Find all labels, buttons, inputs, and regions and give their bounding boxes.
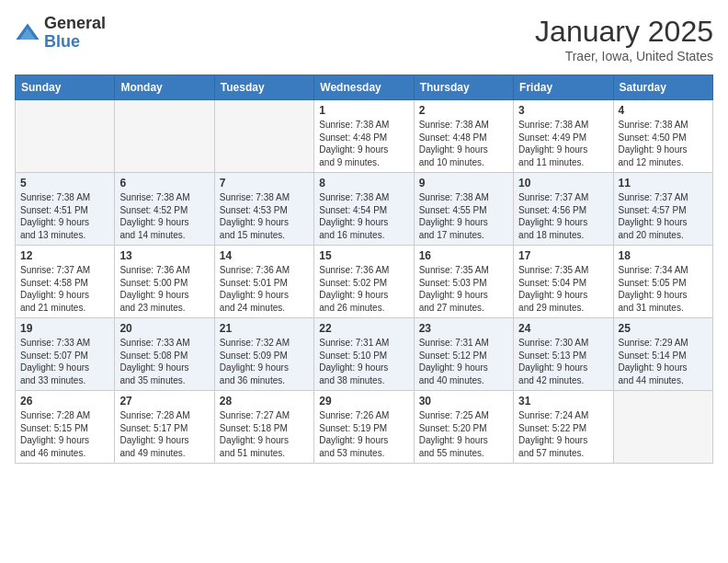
calendar-cell: 3Sunrise: 7:38 AM Sunset: 4:49 PM Daylig… <box>514 100 613 173</box>
day-number: 8 <box>319 177 408 190</box>
weekday-header-thursday: Thursday <box>414 75 513 100</box>
cell-info: Sunrise: 7:38 AM Sunset: 4:52 PM Dayligh… <box>119 191 209 241</box>
calendar-cell: 12Sunrise: 7:37 AM Sunset: 4:58 PM Dayli… <box>16 246 115 318</box>
cell-info: Sunrise: 7:37 AM Sunset: 4:57 PM Dayligh… <box>619 191 708 241</box>
cell-info: Sunrise: 7:28 AM Sunset: 5:17 PM Dayligh… <box>119 409 209 459</box>
calendar-cell: 5Sunrise: 7:38 AM Sunset: 4:51 PM Daylig… <box>16 173 115 246</box>
calendar-cell: 9Sunrise: 7:38 AM Sunset: 4:55 PM Daylig… <box>414 173 513 246</box>
calendar-cell: 18Sunrise: 7:34 AM Sunset: 5:05 PM Dayli… <box>613 246 712 318</box>
day-number: 23 <box>419 322 508 335</box>
calendar-cell: 2Sunrise: 7:38 AM Sunset: 4:48 PM Daylig… <box>414 100 513 173</box>
calendar-cell: 22Sunrise: 7:31 AM Sunset: 5:10 PM Dayli… <box>314 318 414 391</box>
cell-info: Sunrise: 7:37 AM Sunset: 4:58 PM Dayligh… <box>20 264 109 314</box>
cell-info: Sunrise: 7:32 AM Sunset: 5:09 PM Dayligh… <box>220 337 309 386</box>
cell-info: Sunrise: 7:31 AM Sunset: 5:12 PM Dayligh… <box>419 337 508 386</box>
day-number: 28 <box>220 395 309 408</box>
calendar-cell: 30Sunrise: 7:25 AM Sunset: 5:20 PM Dayli… <box>414 391 513 464</box>
cell-info: Sunrise: 7:38 AM Sunset: 4:54 PM Dayligh… <box>319 191 408 241</box>
cell-info: Sunrise: 7:38 AM Sunset: 4:55 PM Dayligh… <box>419 191 508 241</box>
day-number: 24 <box>518 322 608 335</box>
cell-info: Sunrise: 7:38 AM Sunset: 4:49 PM Dayligh… <box>518 119 608 168</box>
calendar-cell: 17Sunrise: 7:35 AM Sunset: 5:04 PM Dayli… <box>514 246 613 318</box>
cell-info: Sunrise: 7:35 AM Sunset: 5:04 PM Dayligh… <box>518 264 608 314</box>
weekday-header-monday: Monday <box>115 75 214 100</box>
cell-info: Sunrise: 7:38 AM Sunset: 4:51 PM Dayligh… <box>20 191 109 241</box>
calendar-week-row: 12Sunrise: 7:37 AM Sunset: 4:58 PM Dayli… <box>16 246 713 318</box>
day-number: 18 <box>619 249 708 262</box>
day-number: 7 <box>220 177 309 190</box>
day-number: 4 <box>619 104 708 117</box>
cell-info: Sunrise: 7:38 AM Sunset: 4:48 PM Dayligh… <box>419 119 508 168</box>
cell-info: Sunrise: 7:29 AM Sunset: 5:14 PM Dayligh… <box>619 337 708 386</box>
calendar-cell: 25Sunrise: 7:29 AM Sunset: 5:14 PM Dayli… <box>613 318 712 391</box>
cell-info: Sunrise: 7:33 AM Sunset: 5:08 PM Dayligh… <box>119 337 209 386</box>
cell-info: Sunrise: 7:25 AM Sunset: 5:20 PM Dayligh… <box>419 409 508 459</box>
calendar-cell: 15Sunrise: 7:36 AM Sunset: 5:02 PM Dayli… <box>314 246 414 318</box>
day-number: 14 <box>220 249 309 262</box>
month-title: January 2025 <box>535 15 713 49</box>
day-number: 29 <box>319 395 408 408</box>
calendar-cell: 16Sunrise: 7:35 AM Sunset: 5:03 PM Dayli… <box>414 246 513 318</box>
day-number: 15 <box>319 249 408 262</box>
calendar-cell: 8Sunrise: 7:38 AM Sunset: 4:54 PM Daylig… <box>314 173 414 246</box>
calendar-cell: 19Sunrise: 7:33 AM Sunset: 5:07 PM Dayli… <box>16 318 115 391</box>
weekday-header-wednesday: Wednesday <box>314 75 414 100</box>
weekday-header-friday: Friday <box>514 75 613 100</box>
location-title: Traer, Iowa, United States <box>535 49 713 63</box>
cell-info: Sunrise: 7:36 AM Sunset: 5:02 PM Dayligh… <box>319 264 408 314</box>
day-number: 16 <box>419 249 508 262</box>
calendar-cell: 24Sunrise: 7:30 AM Sunset: 5:13 PM Dayli… <box>514 318 613 391</box>
day-number: 30 <box>419 395 508 408</box>
day-number: 6 <box>119 177 209 190</box>
calendar-cell <box>214 100 313 173</box>
logo-text: General Blue <box>44 15 106 52</box>
logo: General Blue <box>15 15 106 52</box>
calendar-cell: 31Sunrise: 7:24 AM Sunset: 5:22 PM Dayli… <box>514 391 613 464</box>
calendar-cell: 27Sunrise: 7:28 AM Sunset: 5:17 PM Dayli… <box>115 391 214 464</box>
cell-info: Sunrise: 7:37 AM Sunset: 4:56 PM Dayligh… <box>518 191 608 241</box>
cell-info: Sunrise: 7:34 AM Sunset: 5:05 PM Dayligh… <box>619 264 708 314</box>
logo-icon <box>15 20 40 46</box>
logo-general-text: General <box>44 15 106 33</box>
cell-info: Sunrise: 7:30 AM Sunset: 5:13 PM Dayligh… <box>518 337 608 386</box>
logo-blue-text: Blue <box>44 33 106 52</box>
cell-info: Sunrise: 7:26 AM Sunset: 5:19 PM Dayligh… <box>319 409 408 459</box>
calendar-week-row: 1Sunrise: 7:38 AM Sunset: 4:48 PM Daylig… <box>16 100 713 173</box>
day-number: 1 <box>319 104 408 117</box>
calendar-cell <box>115 100 214 173</box>
day-number: 26 <box>20 395 109 408</box>
weekday-header-saturday: Saturday <box>613 75 712 100</box>
cell-info: Sunrise: 7:38 AM Sunset: 4:50 PM Dayligh… <box>619 119 708 168</box>
cell-info: Sunrise: 7:36 AM Sunset: 5:00 PM Dayligh… <box>119 264 209 314</box>
calendar-cell: 28Sunrise: 7:27 AM Sunset: 5:18 PM Dayli… <box>214 391 313 464</box>
day-number: 22 <box>319 322 408 335</box>
cell-info: Sunrise: 7:38 AM Sunset: 4:48 PM Dayligh… <box>319 119 408 168</box>
day-number: 27 <box>119 395 209 408</box>
day-number: 2 <box>419 104 508 117</box>
calendar-cell: 10Sunrise: 7:37 AM Sunset: 4:56 PM Dayli… <box>514 173 613 246</box>
calendar-cell <box>16 100 115 173</box>
calendar-cell: 21Sunrise: 7:32 AM Sunset: 5:09 PM Dayli… <box>214 318 313 391</box>
cell-info: Sunrise: 7:28 AM Sunset: 5:15 PM Dayligh… <box>20 409 109 459</box>
calendar-cell: 14Sunrise: 7:36 AM Sunset: 5:01 PM Dayli… <box>214 246 313 318</box>
day-number: 5 <box>20 177 109 190</box>
calendar-table: SundayMondayTuesdayWednesdayThursdayFrid… <box>15 75 713 464</box>
day-number: 31 <box>518 395 608 408</box>
calendar-cell: 6Sunrise: 7:38 AM Sunset: 4:52 PM Daylig… <box>115 173 214 246</box>
day-number: 10 <box>518 177 608 190</box>
day-number: 20 <box>119 322 209 335</box>
cell-info: Sunrise: 7:33 AM Sunset: 5:07 PM Dayligh… <box>20 337 109 386</box>
cell-info: Sunrise: 7:27 AM Sunset: 5:18 PM Dayligh… <box>220 409 309 459</box>
day-number: 11 <box>619 177 708 190</box>
calendar-week-row: 5Sunrise: 7:38 AM Sunset: 4:51 PM Daylig… <box>16 173 713 246</box>
day-number: 12 <box>20 249 109 262</box>
calendar-cell: 23Sunrise: 7:31 AM Sunset: 5:12 PM Dayli… <box>414 318 513 391</box>
calendar-cell: 4Sunrise: 7:38 AM Sunset: 4:50 PM Daylig… <box>613 100 712 173</box>
calendar-week-row: 19Sunrise: 7:33 AM Sunset: 5:07 PM Dayli… <box>16 318 713 391</box>
day-number: 25 <box>619 322 708 335</box>
cell-info: Sunrise: 7:38 AM Sunset: 4:53 PM Dayligh… <box>220 191 309 241</box>
calendar-cell: 7Sunrise: 7:38 AM Sunset: 4:53 PM Daylig… <box>214 173 313 246</box>
weekday-header-tuesday: Tuesday <box>214 75 313 100</box>
calendar-week-row: 26Sunrise: 7:28 AM Sunset: 5:15 PM Dayli… <box>16 391 713 464</box>
calendar-cell: 13Sunrise: 7:36 AM Sunset: 5:00 PM Dayli… <box>115 246 214 318</box>
